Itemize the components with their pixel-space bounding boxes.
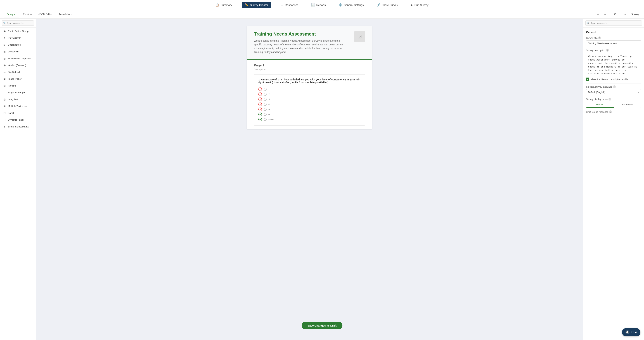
sidebar-item-multi-select-dropdown[interactable]: ▤ Multi-Select Dropdown	[0, 55, 36, 62]
sidebar-item-checkboxes[interactable]: ☑ Checkboxes	[0, 41, 36, 48]
sidebar-item-label: Image Picker	[8, 78, 22, 80]
right-search-icon: 🔍	[587, 22, 590, 25]
tab-preview[interactable]: Preview	[20, 11, 35, 18]
choice-radio-2[interactable]	[264, 93, 266, 96]
display-mode-editable[interactable]: Editable	[586, 102, 614, 108]
nav-run-survey[interactable]: ▶ Run Survey	[408, 2, 431, 8]
title-visible-label: Make the title and description visible	[591, 78, 628, 81]
sidebar-search-input[interactable]	[2, 21, 34, 26]
choice-label-2: 2	[268, 93, 270, 96]
question-number: 1.	[258, 78, 260, 81]
choice-radio-4[interactable]	[264, 103, 266, 106]
sub-nav: Designer Preview JSON Editor Translation…	[0, 10, 644, 19]
add-choice-none[interactable]: +	[258, 118, 262, 121]
page-title: Page 1	[254, 64, 365, 67]
survey-description-input[interactable]: We are conducting this Training Needs As…	[586, 53, 641, 74]
remove-choice-3[interactable]: −	[258, 97, 262, 101]
single-select-matrix-icon: ⊞	[3, 125, 6, 128]
choice-radio-none[interactable]	[264, 118, 266, 121]
sidebar-item-dropdown[interactable]: ▦ Dropdown	[0, 48, 36, 55]
nav-summary[interactable]: 📋 Summary	[213, 2, 235, 8]
nav-share-survey-label: Share Survey	[382, 4, 398, 7]
right-sidebar-search-container: 🔍	[583, 19, 644, 28]
sidebar-search-icon: 🔍	[3, 22, 6, 25]
nav-reports[interactable]: 📊 Reports	[308, 2, 329, 8]
remove-choice-4[interactable]: −	[258, 102, 262, 106]
remove-choice-5[interactable]: −	[258, 107, 262, 111]
survey-header: Training Needs Assessment We are conduct…	[247, 26, 372, 60]
display-mode-label: Survey display mode ?	[586, 98, 641, 101]
nav-responses[interactable]: ☰ Responses	[278, 2, 301, 8]
language-help[interactable]: ?	[613, 85, 616, 88]
sidebar-item-single-line-input[interactable]: — Single-Line Input	[0, 89, 36, 96]
collapse-button[interactable]: →	[622, 12, 628, 17]
tab-designer[interactable]: Designer	[4, 11, 19, 18]
choice-row-4: − 4	[258, 102, 360, 107]
add-choice-6[interactable]: +	[258, 113, 262, 116]
sidebar-item-image-picker[interactable]: ▣ Image Picker	[0, 75, 36, 82]
tab-translations[interactable]: Translations	[56, 11, 75, 18]
rating-scale-icon: ★	[3, 36, 6, 40]
survey-canvas: Training Needs Assessment We are conduct…	[36, 19, 583, 340]
choice-label-4: 4	[268, 103, 270, 106]
right-search-input[interactable]	[585, 21, 642, 26]
choice-radio-3[interactable]	[264, 98, 266, 101]
nav-summary-label: Summary	[220, 4, 232, 7]
survey-title: Training Needs Assessment	[254, 31, 344, 37]
survey-title-input[interactable]	[586, 40, 641, 46]
undo-button[interactable]: ↩	[595, 12, 600, 17]
redo-button[interactable]: ↪	[602, 12, 608, 17]
sidebar-item-radio-button-group[interactable]: ◉ Radio Button Group	[0, 28, 36, 35]
main-layout: 🔍 ◉ Radio Button Group ★ Rating Scale ☑ …	[0, 19, 644, 340]
sidebar-item-label: Single-Select Matrix	[8, 125, 29, 128]
question-body: On a scale of 1 - 5, how satisfied are y…	[258, 78, 360, 84]
remove-choice-1[interactable]: −	[258, 87, 262, 91]
display-mode-help[interactable]: ?	[608, 98, 611, 101]
tab-json-editor[interactable]: JSON Editor	[36, 11, 55, 18]
nav-share-survey[interactable]: 🔗 Share Survey	[374, 2, 401, 8]
run-icon: ▶	[411, 3, 413, 7]
nav-reports-label: Reports	[316, 4, 326, 7]
language-select[interactable]: Default (English)	[586, 89, 641, 95]
title-visible-checkbox[interactable]: ✓	[586, 78, 589, 81]
limit-response-help[interactable]: ?	[609, 110, 612, 113]
svg-point-1	[359, 36, 359, 36]
remove-choice-2[interactable]: −	[258, 92, 262, 96]
sidebar-item-multiple-textboxes[interactable]: ▦ Multiple Textboxes	[0, 103, 36, 109]
sidebar-item-file-upload[interactable]: ▭ File Upload	[0, 69, 36, 75]
nav-run-survey-label: Run Survey	[414, 4, 428, 7]
general-section-title: General	[586, 31, 641, 34]
sidebar-item-single-select-matrix[interactable]: ⊞ Single-Select Matrix	[0, 123, 36, 130]
choice-label-3: 3	[268, 98, 270, 101]
title-visible-row[interactable]: ✓ Make the title and description visible	[586, 78, 641, 81]
sidebar-item-panel[interactable]: ⬚ Panel	[0, 109, 36, 116]
display-mode-readonly[interactable]: Read-only	[614, 102, 641, 108]
sidebar-item-yes-no[interactable]: ◐ Yes/No (Boolean)	[0, 62, 36, 69]
sidebar-item-long-text[interactable]: ▤ Long Text	[0, 96, 36, 103]
nav-general-settings[interactable]: ⚙️ General Settings	[336, 2, 367, 8]
sidebar-item-label: Radio Button Group	[8, 30, 28, 33]
choice-label-1: 1	[268, 88, 270, 91]
image-picker-icon: ▣	[3, 77, 6, 80]
choice-label-none: None	[268, 118, 274, 121]
sidebar-item-label: Ranking	[8, 84, 16, 87]
survey-title-help[interactable]: ?	[598, 37, 601, 39]
sidebar-item-ranking[interactable]: ▤ Ranking	[0, 82, 36, 89]
survey-description-help[interactable]: ?	[606, 49, 609, 52]
choice-radio-5[interactable]	[264, 108, 266, 111]
chat-button[interactable]: 💬 Chat	[622, 328, 640, 336]
survey-creator-icon: ✏️	[245, 3, 248, 7]
survey-description-label: Survey description ?	[586, 49, 641, 52]
settings-button[interactable]: ⚙	[612, 12, 618, 17]
question-text: 1. On a scale of 1 - 5, how satisfied ar…	[258, 78, 360, 84]
choice-radio-6[interactable]	[264, 113, 266, 116]
sidebar-item-rating-scale[interactable]: ★ Rating Scale	[0, 35, 36, 41]
left-sidebar: 🔍 ◉ Radio Button Group ★ Rating Scale ☑ …	[0, 19, 36, 340]
nav-survey-creator[interactable]: ✏️ Survey Creator	[242, 2, 271, 8]
ranking-icon: ▤	[3, 84, 6, 87]
choice-radio-1[interactable]	[264, 88, 266, 91]
choice-label-6: 6	[268, 113, 270, 116]
sidebar-item-dynamic-panel[interactable]: ⬚ Dynamic Panel	[0, 116, 36, 123]
sidebar-search-container: 🔍	[0, 19, 36, 28]
save-changes-button[interactable]: Save Changes as Draft	[302, 322, 342, 329]
